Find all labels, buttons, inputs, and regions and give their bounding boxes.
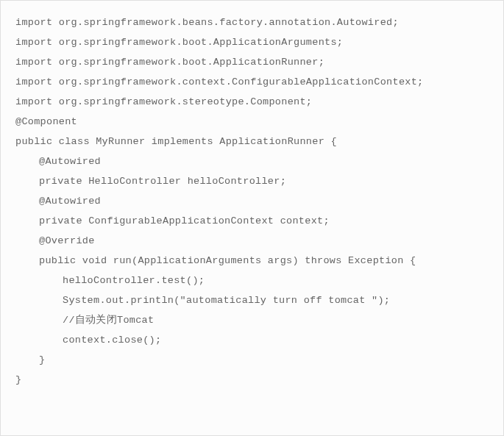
code-line: private HelloController helloController; [15,171,489,191]
code-line: //自动关闭Tomcat [15,310,489,330]
code-block: import org.springframework.beans.factory… [0,0,504,436]
code-line: @Autowired [15,151,489,171]
code-line: import org.springframework.boot.Applicat… [15,52,489,72]
code-line: import org.springframework.beans.factory… [15,12,489,32]
code-line: System.out.println("automatically turn o… [15,290,489,310]
code-line: import org.springframework.stereotype.Co… [15,92,489,112]
code-line: @Override [15,231,489,251]
code-line: import org.springframework.boot.Applicat… [15,32,489,52]
code-line: context.close(); [15,330,489,350]
code-line: helloController.test(); [15,271,489,290]
code-line: public class MyRunner implements Applica… [15,132,489,151]
code-line: public void run(ApplicationArguments arg… [15,251,489,271]
code-line: private ConfigurableApplicationContext c… [15,211,489,231]
code-line: } [15,370,489,390]
code-line: @Component [15,112,489,132]
code-line: import org.springframework.context.Confi… [15,72,489,92]
code-line: @Autowired [15,191,489,211]
code-line: } [15,350,489,370]
